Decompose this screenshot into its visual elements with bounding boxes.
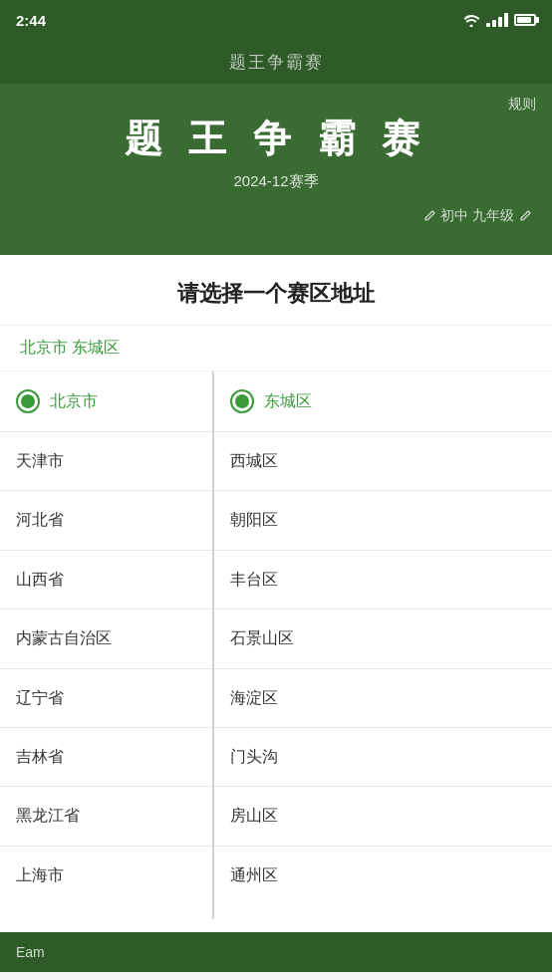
list-item-label: 海淀区 <box>230 687 536 709</box>
pencil-icon <box>422 209 436 223</box>
list-item[interactable]: 上海市 <box>0 847 212 904</box>
province-list[interactable]: 北京市天津市河北省山西省内蒙古自治区辽宁省吉林省黑龙江省上海市 <box>0 371 214 919</box>
breadcrumb-bar: 北京市 东城区 <box>0 326 552 371</box>
breadcrumb: 北京市 东城区 <box>20 339 120 356</box>
list-item[interactable]: 北京市 <box>0 371 212 432</box>
list-item-label: 朝阳区 <box>230 509 536 531</box>
bottom-hint-text: Eam <box>16 944 45 960</box>
main-content: 请选择一个赛区地址 北京市 东城区 北京市天津市河北省山西省内蒙古自治区辽宁省吉… <box>0 255 552 932</box>
list-item-label: 西城区 <box>230 450 536 472</box>
app-title: 题王争霸赛 <box>229 51 324 74</box>
hero-grade: 初中 九年级 <box>20 207 532 225</box>
list-item[interactable]: 通州区 <box>214 847 552 904</box>
columns-wrapper: 北京市天津市河北省山西省内蒙古自治区辽宁省吉林省黑龙江省上海市 东城区西城区朝阳… <box>0 371 552 919</box>
radio-selected <box>16 389 40 413</box>
hero-title: 题 王 争 霸 赛 <box>20 114 532 164</box>
top-bar: 题王争霸赛 <box>0 40 552 84</box>
radio-selected <box>230 389 254 413</box>
list-item[interactable]: 门头沟 <box>214 728 552 787</box>
list-item-label: 东城区 <box>264 390 536 412</box>
list-item[interactable]: 丰台区 <box>214 551 552 610</box>
list-item[interactable]: 黑龙江省 <box>0 787 212 846</box>
list-item-label: 吉林省 <box>16 746 196 768</box>
list-item-label: 天津市 <box>16 450 196 472</box>
hero-section: 规则 题 王 争 霸 赛 2024-12赛季 初中 九年级 <box>0 84 552 255</box>
list-item-label: 黑龙江省 <box>16 805 196 827</box>
list-item-label: 河北省 <box>16 509 196 531</box>
status-time: 2:44 <box>16 12 46 29</box>
list-item[interactable]: 东城区 <box>214 371 552 432</box>
pencil-icon-right <box>518 209 532 223</box>
rules-link[interactable]: 规则 <box>508 96 536 114</box>
list-item[interactable]: 朝阳区 <box>214 491 552 550</box>
list-item-label: 门头沟 <box>230 746 536 768</box>
list-item[interactable]: 西城区 <box>214 432 552 491</box>
list-item[interactable]: 天津市 <box>0 432 212 491</box>
status-icons <box>462 13 536 27</box>
bottom-bar: Eam <box>0 932 552 972</box>
wifi-icon <box>462 13 480 27</box>
list-item-label: 通州区 <box>230 864 536 886</box>
list-item-label: 上海市 <box>16 864 196 886</box>
battery-icon <box>514 14 536 26</box>
district-list[interactable]: 东城区西城区朝阳区丰台区石景山区海淀区门头沟房山区通州区 <box>214 371 552 919</box>
list-item[interactable]: 石景山区 <box>214 610 552 668</box>
list-item[interactable]: 辽宁省 <box>0 669 212 728</box>
list-item-label: 内蒙古自治区 <box>16 627 196 649</box>
list-item-label: 房山区 <box>230 805 536 827</box>
list-item[interactable]: 吉林省 <box>0 728 212 787</box>
list-item-label: 石景山区 <box>230 627 536 649</box>
status-bar: 2:44 <box>0 0 552 40</box>
list-item[interactable]: 山西省 <box>0 551 212 610</box>
list-item-label: 辽宁省 <box>16 687 196 709</box>
list-item[interactable]: 海淀区 <box>214 669 552 728</box>
list-item-label: 北京市 <box>50 390 196 412</box>
signal-icon <box>486 13 508 27</box>
select-title: 请选择一个赛区地址 <box>0 255 552 326</box>
list-item[interactable]: 内蒙古自治区 <box>0 610 212 668</box>
list-item[interactable]: 房山区 <box>214 787 552 846</box>
list-item-label: 山西省 <box>16 569 196 591</box>
list-item[interactable]: 河北省 <box>0 491 212 550</box>
hero-season: 2024-12赛季 <box>20 172 532 191</box>
list-item-label: 丰台区 <box>230 569 536 591</box>
